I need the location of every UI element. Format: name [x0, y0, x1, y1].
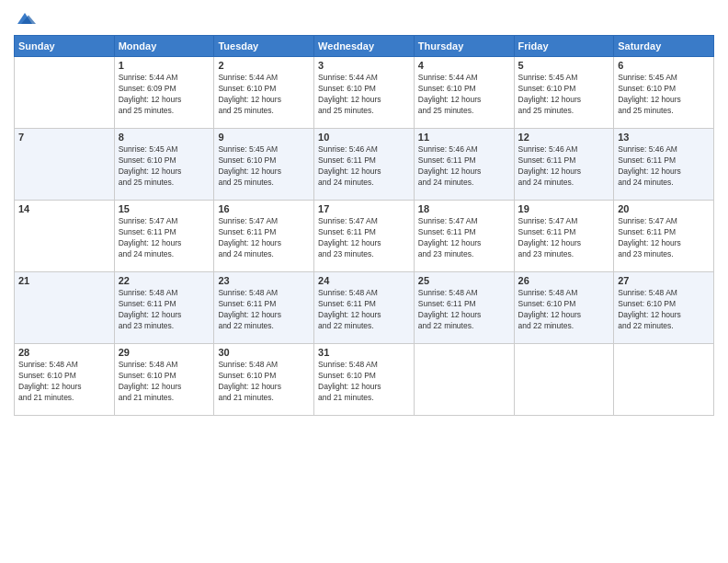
day-info: Sunrise: 5:44 AMSunset: 6:10 PMDaylight:…: [218, 73, 310, 117]
day-number: 12: [518, 132, 610, 143]
calendar-cell: 28Sunrise: 5:48 AMSunset: 6:10 PMDayligh…: [15, 344, 115, 416]
calendar-cell: 14: [15, 201, 115, 272]
calendar-cell: 11Sunrise: 5:46 AMSunset: 6:11 PMDayligh…: [414, 129, 514, 201]
calendar-cell: 26Sunrise: 5:48 AMSunset: 6:10 PMDayligh…: [514, 272, 614, 344]
week-row-1: 1Sunrise: 5:44 AMSunset: 6:09 PMDaylight…: [15, 57, 714, 129]
calendar-cell: 4Sunrise: 5:44 AMSunset: 6:10 PMDaylight…: [414, 57, 514, 129]
day-info: Sunrise: 5:44 AMSunset: 6:10 PMDaylight:…: [418, 73, 510, 117]
day-number: 9: [218, 132, 310, 143]
day-number: 20: [618, 203, 710, 214]
calendar-cell: [15, 57, 115, 129]
calendar-cell: 23Sunrise: 5:48 AMSunset: 6:11 PMDayligh…: [214, 272, 314, 344]
day-number: 29: [119, 347, 210, 358]
calendar-body: 1Sunrise: 5:44 AMSunset: 6:09 PMDaylight…: [15, 57, 714, 416]
day-number: 14: [18, 203, 110, 214]
calendar-cell: 15Sunrise: 5:47 AMSunset: 6:11 PMDayligh…: [114, 201, 214, 272]
day-number: 2: [218, 60, 310, 71]
calendar-cell: 8Sunrise: 5:45 AMSunset: 6:10 PMDaylight…: [114, 129, 214, 201]
page: SundayMondayTuesdayWednesdayThursdayFrid…: [0, 0, 728, 563]
logo-icon: [14, 9, 36, 28]
day-info: Sunrise: 5:47 AMSunset: 6:11 PMDaylight:…: [618, 216, 710, 260]
day-number: 24: [318, 275, 410, 286]
calendar-cell: 19Sunrise: 5:47 AMSunset: 6:11 PMDayligh…: [514, 201, 614, 272]
calendar-cell: 16Sunrise: 5:47 AMSunset: 6:11 PMDayligh…: [214, 201, 314, 272]
calendar-cell: [414, 344, 514, 416]
logo: [14, 9, 40, 28]
calendar-cell: 20Sunrise: 5:47 AMSunset: 6:11 PMDayligh…: [614, 201, 714, 272]
calendar-cell: 2Sunrise: 5:44 AMSunset: 6:10 PMDaylight…: [214, 57, 314, 129]
day-info: Sunrise: 5:45 AMSunset: 6:10 PMDaylight:…: [119, 144, 210, 189]
calendar-cell: 17Sunrise: 5:47 AMSunset: 6:11 PMDayligh…: [314, 201, 415, 272]
day-info: Sunrise: 5:47 AMSunset: 6:11 PMDaylight:…: [218, 216, 310, 260]
day-info: Sunrise: 5:46 AMSunset: 6:11 PMDaylight:…: [318, 144, 410, 189]
header: [14, 9, 714, 28]
calendar-cell: 1Sunrise: 5:44 AMSunset: 6:09 PMDaylight…: [114, 57, 214, 129]
day-info: Sunrise: 5:48 AMSunset: 6:11 PMDaylight:…: [218, 288, 310, 332]
day-info: Sunrise: 5:47 AMSunset: 6:11 PMDaylight:…: [418, 216, 510, 260]
header-day-thursday: Thursday: [414, 36, 514, 57]
calendar-cell: [614, 344, 714, 416]
day-number: 10: [318, 132, 410, 143]
day-info: Sunrise: 5:44 AMSunset: 6:10 PMDaylight:…: [318, 73, 410, 117]
calendar-cell: 3Sunrise: 5:44 AMSunset: 6:10 PMDaylight…: [314, 57, 415, 129]
calendar-cell: 9Sunrise: 5:45 AMSunset: 6:10 PMDaylight…: [214, 129, 314, 201]
calendar-cell: 21: [15, 272, 115, 344]
calendar-cell: 27Sunrise: 5:48 AMSunset: 6:10 PMDayligh…: [614, 272, 714, 344]
day-info: Sunrise: 5:48 AMSunset: 6:11 PMDaylight:…: [418, 288, 510, 332]
calendar-cell: 29Sunrise: 5:48 AMSunset: 6:10 PMDayligh…: [114, 344, 214, 416]
header-day-sunday: Sunday: [15, 36, 115, 57]
day-info: Sunrise: 5:46 AMSunset: 6:11 PMDaylight:…: [618, 144, 710, 189]
day-number: 25: [418, 275, 510, 286]
day-number: 18: [418, 203, 510, 214]
day-number: 1: [119, 60, 210, 71]
day-number: 4: [418, 60, 510, 71]
day-number: 15: [119, 203, 210, 214]
day-number: 6: [618, 60, 710, 71]
day-info: Sunrise: 5:48 AMSunset: 6:11 PMDaylight:…: [318, 288, 410, 332]
header-day-friday: Friday: [514, 36, 614, 57]
calendar-cell: 5Sunrise: 5:45 AMSunset: 6:10 PMDaylight…: [514, 57, 614, 129]
calendar-table: SundayMondayTuesdayWednesdayThursdayFrid…: [14, 35, 714, 416]
calendar-cell: 13Sunrise: 5:46 AMSunset: 6:11 PMDayligh…: [614, 129, 714, 201]
day-number: 16: [218, 203, 310, 214]
day-info: Sunrise: 5:46 AMSunset: 6:11 PMDaylight:…: [518, 144, 610, 189]
day-number: 27: [618, 275, 710, 286]
day-number: 30: [218, 347, 310, 358]
day-number: 21: [18, 275, 110, 286]
day-number: 23: [218, 275, 310, 286]
calendar-cell: 22Sunrise: 5:48 AMSunset: 6:11 PMDayligh…: [114, 272, 214, 344]
calendar-cell: 6Sunrise: 5:45 AMSunset: 6:10 PMDaylight…: [614, 57, 714, 129]
calendar-cell: 24Sunrise: 5:48 AMSunset: 6:11 PMDayligh…: [314, 272, 415, 344]
day-info: Sunrise: 5:48 AMSunset: 6:10 PMDaylight:…: [518, 288, 610, 332]
day-number: 31: [318, 347, 410, 358]
day-info: Sunrise: 5:48 AMSunset: 6:10 PMDaylight:…: [119, 360, 210, 404]
calendar-cell: 31Sunrise: 5:48 AMSunset: 6:10 PMDayligh…: [314, 344, 415, 416]
header-day-tuesday: Tuesday: [214, 36, 314, 57]
calendar-cell: 10Sunrise: 5:46 AMSunset: 6:11 PMDayligh…: [314, 129, 415, 201]
day-number: 26: [518, 275, 610, 286]
header-day-saturday: Saturday: [614, 36, 714, 57]
calendar-cell: 25Sunrise: 5:48 AMSunset: 6:11 PMDayligh…: [414, 272, 514, 344]
day-info: Sunrise: 5:45 AMSunset: 6:10 PMDaylight:…: [518, 73, 610, 117]
week-row-5: 28Sunrise: 5:48 AMSunset: 6:10 PMDayligh…: [15, 344, 714, 416]
header-day-wednesday: Wednesday: [314, 36, 415, 57]
day-number: 28: [18, 347, 110, 358]
day-info: Sunrise: 5:48 AMSunset: 6:10 PMDaylight:…: [618, 288, 710, 332]
day-number: 13: [618, 132, 710, 143]
day-info: Sunrise: 5:46 AMSunset: 6:11 PMDaylight:…: [418, 144, 510, 189]
week-row-3: 1415Sunrise: 5:47 AMSunset: 6:11 PMDayli…: [15, 201, 714, 272]
day-info: Sunrise: 5:47 AMSunset: 6:11 PMDaylight:…: [518, 216, 610, 260]
calendar-cell: 18Sunrise: 5:47 AMSunset: 6:11 PMDayligh…: [414, 201, 514, 272]
day-info: Sunrise: 5:48 AMSunset: 6:10 PMDaylight:…: [18, 360, 110, 404]
day-number: 19: [518, 203, 610, 214]
day-info: Sunrise: 5:47 AMSunset: 6:11 PMDaylight:…: [318, 216, 410, 260]
day-number: 22: [119, 275, 210, 286]
calendar-cell: 30Sunrise: 5:48 AMSunset: 6:10 PMDayligh…: [214, 344, 314, 416]
header-row: SundayMondayTuesdayWednesdayThursdayFrid…: [15, 36, 714, 57]
day-info: Sunrise: 5:48 AMSunset: 6:10 PMDaylight:…: [318, 360, 410, 404]
day-info: Sunrise: 5:44 AMSunset: 6:09 PMDaylight:…: [119, 73, 210, 117]
calendar-cell: 12Sunrise: 5:46 AMSunset: 6:11 PMDayligh…: [514, 129, 614, 201]
week-row-4: 2122Sunrise: 5:48 AMSunset: 6:11 PMDayli…: [15, 272, 714, 344]
week-row-2: 78Sunrise: 5:45 AMSunset: 6:10 PMDayligh…: [15, 129, 714, 201]
day-info: Sunrise: 5:48 AMSunset: 6:11 PMDaylight:…: [119, 288, 210, 332]
